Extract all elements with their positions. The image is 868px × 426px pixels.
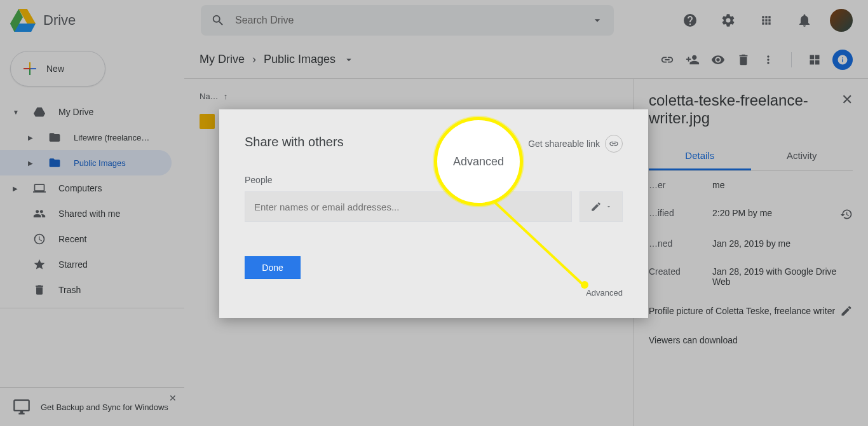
highlight-dot	[581, 281, 588, 289]
people-label: People	[245, 175, 623, 185]
highlight-circle: Advanced	[434, 117, 523, 206]
highlight-line	[477, 191, 604, 292]
highlight-label: Advanced	[453, 155, 504, 168]
shareable-link-label: Get shareable link	[528, 139, 600, 149]
link-icon	[605, 135, 623, 153]
shareable-link-button[interactable]: Get shareable link	[528, 135, 623, 153]
svg-line-0	[489, 197, 585, 286]
chevron-down-icon	[606, 203, 612, 210]
done-button[interactable]: Done	[245, 256, 301, 279]
